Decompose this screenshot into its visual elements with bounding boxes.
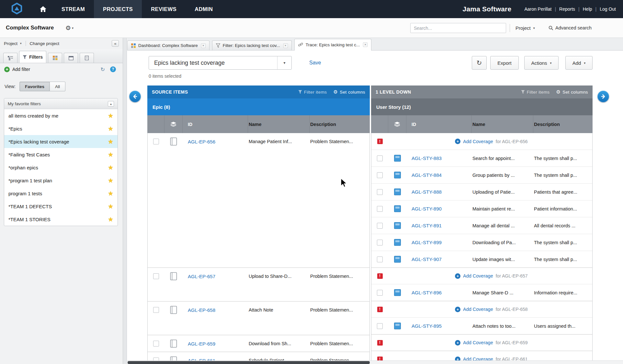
row-checkbox[interactable] (377, 172, 383, 178)
user-menu[interactable]: Aaron Perillat (524, 6, 551, 12)
filter-list-item[interactable]: all items created by me ★ (4, 109, 118, 122)
item-id-link[interactable]: AGL-STY-907 (412, 256, 442, 262)
advanced-search-link[interactable]: Advanced search (549, 18, 592, 38)
row-checkbox[interactable] (153, 341, 159, 347)
filter-list-item[interactable]: program 1 tests ★ (4, 187, 118, 200)
table-row[interactable]: AGL-STY-895 Attach notes to too... Users… (371, 318, 592, 335)
add-button[interactable]: Add ▾ (565, 56, 593, 70)
row-checkbox[interactable] (377, 155, 383, 161)
export-button[interactable]: Export (490, 56, 519, 70)
project-selector[interactable]: Project (4, 41, 17, 46)
project-settings-button[interactable]: ⚙ ▾ (65, 18, 74, 38)
previous-page-button[interactable] (129, 91, 141, 102)
table-row[interactable]: AGL-EP-659 Download from Sh... Problem S… (148, 335, 369, 352)
item-id-link[interactable]: AGL-STY-891 (412, 223, 442, 228)
row-checkbox[interactable] (153, 273, 159, 279)
search-input[interactable] (410, 23, 506, 33)
add-coverage-link[interactable]: Add Coverage (463, 273, 493, 279)
sidebar-splitter[interactable] (123, 38, 127, 364)
close-icon[interactable]: × (283, 43, 288, 48)
row-checkbox[interactable] (377, 290, 383, 296)
favorite-star-icon[interactable]: ★ (108, 125, 113, 132)
filter-list-item[interactable]: *Epics ★ (4, 122, 118, 135)
add-coverage-link[interactable]: Add Coverage (463, 139, 493, 144)
set-columns-button[interactable]: ⚙ Set columns (333, 89, 365, 95)
filter-list-item[interactable]: *orphan epics ★ (4, 161, 118, 174)
row-checkbox[interactable] (377, 223, 383, 229)
favorite-star-icon[interactable]: ★ (108, 190, 113, 197)
tab-documents[interactable] (80, 53, 94, 63)
filter-items-button[interactable]: Filter items (521, 90, 550, 95)
tab-views[interactable] (64, 53, 78, 63)
filter-list-item[interactable]: *Failing Test Cases ★ (4, 148, 118, 161)
filter-list-item-selected[interactable]: *Epics lacking test coverage ★ (4, 135, 118, 148)
table-row[interactable]: AGL-EP-656 Manage Patient Inf... Problem… (148, 133, 369, 150)
row-checkbox[interactable] (153, 139, 159, 144)
nav-reviews[interactable]: REVIEWS (142, 0, 186, 18)
item-id-link[interactable]: AGL-EP-656 (188, 139, 215, 144)
item-id-link[interactable]: AGL-STY-884 (412, 172, 442, 178)
favorites-toggle-button[interactable]: Favorites (19, 82, 50, 91)
close-icon[interactable]: × (201, 43, 206, 48)
search-scope-dropdown[interactable]: Project ▾ (515, 18, 535, 38)
add-coverage-link[interactable]: Add Coverage (463, 340, 493, 345)
row-checkbox[interactable] (377, 189, 383, 195)
help-link[interactable]: Help (583, 6, 592, 12)
table-row[interactable]: AGL-STY-891 Manage all dental ... All de… (371, 217, 592, 234)
nav-stream[interactable]: STREAM (52, 0, 94, 18)
scrollbar-thumb[interactable] (128, 361, 370, 364)
tab-trace[interactable]: Trace: Epics lacking test c... × (294, 39, 372, 50)
column-header-description[interactable]: Description (533, 115, 593, 133)
favorite-star-icon[interactable]: ★ (108, 138, 113, 145)
refresh-button[interactable]: ↻ (472, 56, 487, 70)
actions-button[interactable]: Actions ▾ (524, 56, 559, 70)
filter-list-item[interactable]: *program 1 test plan ★ (4, 174, 118, 187)
column-header-name[interactable]: Name (248, 115, 309, 133)
add-filter-button[interactable]: Add filter (12, 67, 30, 72)
home-icon[interactable] (34, 0, 52, 18)
table-row[interactable]: AGL-STY-896 Manage Share-D ... Informati… (371, 284, 592, 301)
filter-items-button[interactable]: Filter items (298, 90, 327, 95)
favorite-star-icon[interactable]: ★ (108, 177, 113, 184)
collapse-panel-button[interactable]: ▴ (108, 101, 114, 107)
item-id-link[interactable]: AGL-EP-657 (188, 274, 215, 279)
close-icon[interactable]: × (363, 42, 368, 47)
item-id-link[interactable]: AGL-STY-896 (412, 290, 442, 295)
reports-link[interactable]: Reports (559, 6, 575, 12)
tab-explorer[interactable] (3, 53, 17, 63)
favorite-star-icon[interactable]: ★ (108, 203, 113, 210)
favorite-star-icon[interactable]: ★ (108, 151, 113, 158)
row-checkbox[interactable] (377, 323, 383, 329)
table-row[interactable]: AGL-STY-888 Uploading of Patie... Patien… (371, 184, 592, 200)
row-checkbox[interactable] (153, 307, 159, 313)
set-columns-button[interactable]: ⚙ Set columns (556, 89, 588, 95)
filter-list-item[interactable]: *TEAM 1 DEFECTS ★ (4, 200, 118, 213)
table-row[interactable]: AGL-STY-899 Downloading of Pa... The sys… (371, 234, 592, 251)
item-id-link[interactable]: AGL-STY-899 (412, 240, 442, 245)
refresh-icon[interactable]: ↻ (101, 66, 105, 73)
item-id-link[interactable]: AGL-STY-890 (412, 206, 442, 211)
row-checkbox[interactable] (377, 240, 383, 245)
info-icon[interactable]: ? (110, 66, 116, 72)
table-row[interactable]: AGL-STY-884 Group patients by ... The sy… (371, 167, 592, 184)
nav-projects[interactable]: PROJECTS (94, 0, 142, 18)
table-row[interactable]: AGL-STY-890 Maintain patient re... Patie… (371, 200, 592, 217)
tab-filter[interactable]: Filter: Epics lacking test cov... × (212, 40, 292, 50)
column-header-description[interactable]: Description (309, 115, 370, 133)
tab-coverage-grid[interactable] (48, 53, 62, 63)
column-header-name[interactable]: Name (471, 115, 533, 133)
row-checkbox[interactable] (377, 206, 383, 212)
tab-dashboard[interactable]: Dashboard: Complex Software × (127, 40, 210, 50)
table-row[interactable]: AGL-STY-883 Search for appoint... The sy… (371, 150, 592, 167)
item-id-link[interactable]: AGL-STY-888 (412, 189, 442, 195)
item-id-link[interactable]: AGL-STY-895 (412, 323, 442, 329)
row-checkbox[interactable] (377, 256, 383, 262)
item-id-link[interactable]: AGL-EP-659 (188, 341, 215, 347)
filter-list-item[interactable]: *TEAM 1 STORIES ★ (4, 213, 118, 226)
column-header-id[interactable]: ID (182, 115, 248, 133)
save-button[interactable]: Save (309, 56, 321, 70)
item-id-link[interactable]: AGL-EP-658 (188, 307, 215, 313)
table-row[interactable]: AGL-EP-657 Upload to Share-D... Problem … (148, 268, 369, 285)
collapse-sidebar-button[interactable]: « (112, 40, 119, 47)
jama-logo[interactable] (0, 0, 34, 18)
